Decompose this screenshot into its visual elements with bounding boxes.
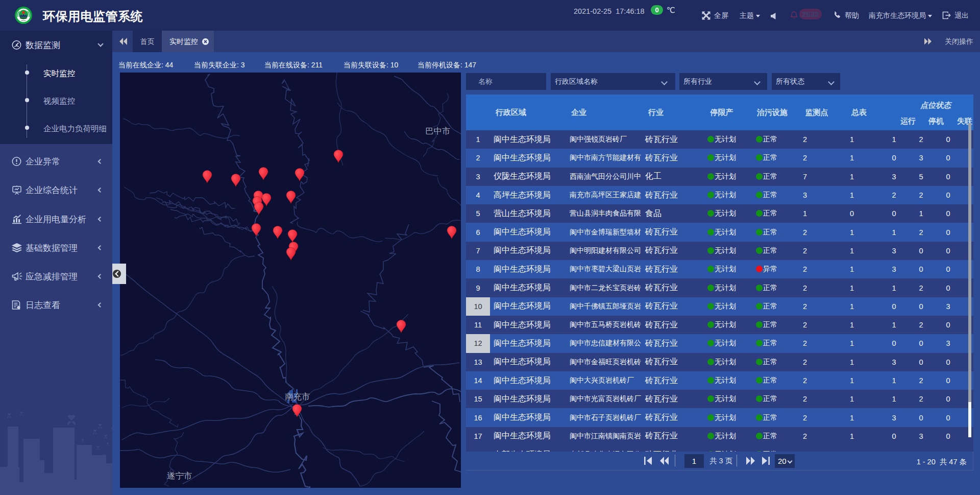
svg-text:南充市: 南充市 [285, 392, 310, 401]
svg-text:巴中市: 巴中市 [425, 126, 451, 135]
svg-text:遂宁市: 遂宁市 [167, 471, 192, 480]
